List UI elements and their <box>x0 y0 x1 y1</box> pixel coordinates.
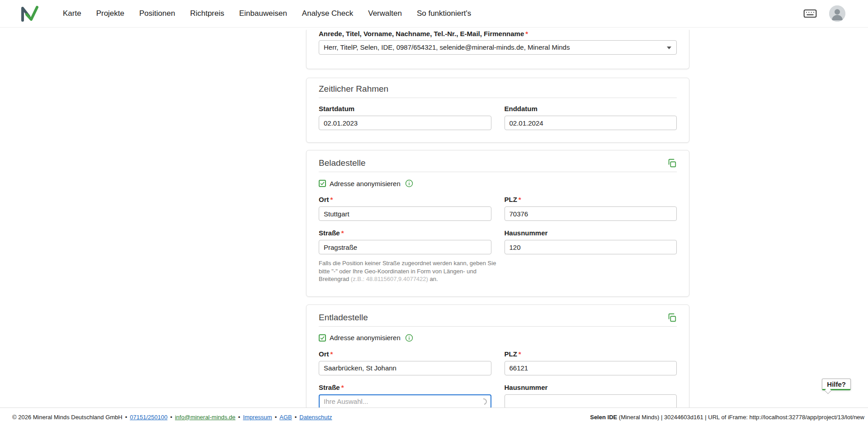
label-text: Straße <box>319 384 340 391</box>
required-asterisk: * <box>330 196 333 203</box>
keyboard-icon[interactable] <box>803 6 817 21</box>
main-navigation: Karte Projekte Positionen Richtpreis Ein… <box>63 9 471 18</box>
label-text: Ort <box>319 196 329 203</box>
belade-plz-label: PLZ* <box>505 196 677 204</box>
entlade-plz-field: PLZ* <box>505 350 677 375</box>
anonymize-checkbox[interactable] <box>319 334 326 342</box>
nav-item-einbauweisen[interactable]: Einbauweisen <box>239 9 287 18</box>
belade-hausnummer-field: Hausnummer <box>505 229 677 254</box>
entlade-plz-label: PLZ* <box>505 350 677 358</box>
nav-item-karte[interactable]: Karte <box>63 9 81 18</box>
footer-separator: • <box>170 414 172 421</box>
hint-suffix: an. <box>428 276 438 282</box>
label-text: Straße <box>319 229 340 237</box>
footer-phone-link[interactable]: 07151/250100 <box>130 414 167 421</box>
belade-strasse-field: Straße* <box>319 229 491 254</box>
entladestelle-title: Entladestelle <box>319 313 368 323</box>
belade-ort-label: Ort* <box>319 196 491 204</box>
footer-impressum-link[interactable]: Impressum <box>243 414 272 421</box>
belade-ort-field: Ort* <box>319 196 491 221</box>
contact-card: Anrede, Titel, Vorname, Nachname, Tel.-N… <box>306 30 689 69</box>
entlade-hausnummer-field: Hausnummer <box>505 384 677 409</box>
required-asterisk: * <box>525 30 528 37</box>
footer-separator: • <box>295 414 297 421</box>
help-button[interactable]: Hilfe? <box>822 379 851 390</box>
chevron-down-icon <box>667 47 671 49</box>
timeframe-title: Zeitlicher Rahmen <box>319 84 388 94</box>
copy-icon[interactable] <box>667 313 677 323</box>
startdatum-input[interactable] <box>319 116 491 130</box>
footer-separator: • <box>125 414 127 421</box>
anonymize-checkbox[interactable] <box>319 180 326 187</box>
user-avatar[interactable] <box>829 5 845 22</box>
strasse-hint: Falls die Position keiner Straße zugeord… <box>319 259 500 283</box>
entlade-hausnummer-input[interactable] <box>505 394 677 409</box>
footer-email-link[interactable]: info@mineral-minds.de <box>175 414 236 421</box>
anonymize-label[interactable]: Adresse anonymisieren <box>330 180 401 187</box>
nav-item-positionen[interactable]: Positionen <box>139 9 175 18</box>
belade-hausnummer-input[interactable] <box>505 240 677 254</box>
enddatum-input[interactable] <box>505 116 677 130</box>
contact-field-label: Anrede, Titel, Vorname, Nachname, Tel.-N… <box>319 30 677 38</box>
entlade-strasse-input[interactable] <box>319 394 491 409</box>
belade-plz-field: PLZ* <box>505 196 677 221</box>
enddatum-field: Enddatum <box>505 105 677 130</box>
entlade-ort-label: Ort* <box>319 350 491 358</box>
belade-plz-input[interactable] <box>505 206 677 221</box>
beladestelle-card: Beladestelle Adresse anonymisieren <box>306 150 689 297</box>
project-form: Anrede, Titel, Vorname, Nachname, Tel.-N… <box>306 0 689 426</box>
timeframe-card: Zeitlicher Rahmen Startdatum Enddatum <box>306 78 689 143</box>
label-text: PLZ <box>505 350 517 358</box>
footer-session-details: (Mineral Minds) | 30244603d161 | URL of … <box>617 414 864 421</box>
beladestelle-title: Beladestelle <box>319 158 366 168</box>
footer-separator: • <box>275 414 277 421</box>
entlade-strasse-label: Straße* <box>319 384 491 392</box>
footer-session-info: Selen IDE (Mineral Minds) | 30244603d161… <box>590 414 864 421</box>
navbar-right <box>803 5 845 22</box>
nav-item-verwalten[interactable]: Verwalten <box>368 9 402 18</box>
footer-left: © 2026 Mineral Minds Deutschland GmbH • … <box>12 414 332 421</box>
nav-item-so-funktionierts[interactable]: So funktioniert's <box>417 9 471 18</box>
required-asterisk: * <box>519 196 521 203</box>
divider <box>319 98 677 98</box>
nav-item-richtpreis[interactable]: Richtpreis <box>190 9 224 18</box>
mineral-minds-logo-icon[interactable] <box>20 5 38 23</box>
belade-strasse-label: Straße* <box>319 229 491 237</box>
info-icon[interactable] <box>405 334 413 342</box>
required-asterisk: * <box>341 384 344 391</box>
startdatum-field: Startdatum <box>319 105 491 130</box>
footer: © 2026 Mineral Minds Deutschland GmbH • … <box>0 407 868 426</box>
enddatum-label: Enddatum <box>505 105 677 113</box>
footer-datenschutz-link[interactable]: Datenschutz <box>299 414 332 421</box>
footer-agb-link[interactable]: AGB <box>279 414 292 421</box>
required-asterisk: * <box>341 229 344 237</box>
contact-select[interactable]: Herr, TitelP, Selen, IDE, 0987/654321, s… <box>319 40 677 55</box>
entlade-strasse-field: Straße* <box>319 384 491 409</box>
entlade-plz-input[interactable] <box>505 361 677 375</box>
anonymize-label[interactable]: Adresse anonymisieren <box>330 334 401 342</box>
label-text: PLZ <box>505 196 517 203</box>
entlade-hausnummer-label: Hausnummer <box>505 384 677 392</box>
entlade-ort-input[interactable] <box>319 361 491 375</box>
info-icon[interactable] <box>405 179 413 187</box>
nav-item-projekte[interactable]: Projekte <box>96 9 124 18</box>
belade-strasse-input[interactable] <box>319 240 491 254</box>
divider <box>319 172 677 172</box>
belade-ort-input[interactable] <box>319 206 491 221</box>
startdatum-label: Startdatum <box>319 105 491 113</box>
required-asterisk: * <box>519 350 521 358</box>
contact-select-value: Herr, TitelP, Selen, IDE, 0987/654321, s… <box>324 43 570 51</box>
contact-label-text: Anrede, Titel, Vorname, Nachname, Tel.-N… <box>319 30 524 37</box>
hint-example: (z.B.: 48.8115607,9.4077422) <box>351 276 428 282</box>
footer-separator: • <box>238 414 241 421</box>
label-text: Ort <box>319 350 329 358</box>
required-asterisk: * <box>330 350 333 358</box>
footer-user-name: Selen IDE <box>590 414 617 421</box>
top-navbar: Karte Projekte Positionen Richtpreis Ein… <box>0 0 868 28</box>
copy-icon[interactable] <box>667 158 677 168</box>
footer-copyright: © 2026 Mineral Minds Deutschland GmbH <box>12 414 123 421</box>
belade-hausnummer-label: Hausnummer <box>505 229 677 237</box>
nav-item-analyse-check[interactable]: Analyse Check <box>302 9 353 18</box>
entlade-ort-field: Ort* <box>319 350 491 375</box>
divider <box>319 326 677 327</box>
